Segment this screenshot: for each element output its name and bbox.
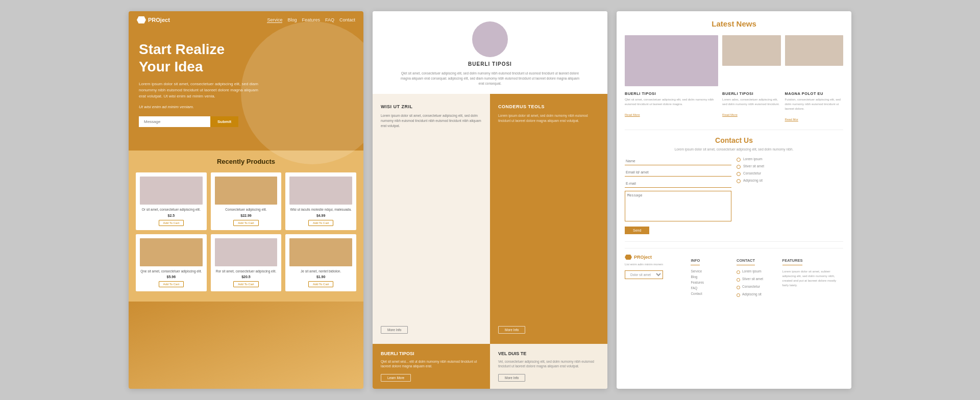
product-name-2: Wisi ut iaculis molestie ndqui, malesuad… (290, 208, 352, 212)
news-main-row (625, 35, 843, 86)
product-price-0: $2.5 (168, 214, 175, 217)
hero-italic: Ut wisi enim ad minim veniam. (139, 105, 353, 109)
product-price-4: $20.5 (241, 275, 251, 279)
feature-btn-1[interactable]: More Info (498, 326, 525, 334)
add-to-cart-2[interactable]: Add To Cart (308, 220, 334, 226)
footer-features: FEATURES Lorem ipsum dolor sit amet, sub… (782, 255, 843, 300)
news-side-read-more-0[interactable]: Read More (722, 113, 738, 116)
nav-link-service[interactable]: Service (267, 17, 282, 23)
profile-name: BUERLI TIPOSI (468, 61, 512, 67)
avatar (472, 21, 508, 57)
footer-contact-0: Lorem ipsum (737, 269, 777, 275)
products-section: Recently Products Or sit amet, consectet… (129, 151, 363, 302)
footer-contact-2: Consectetur (737, 285, 777, 290)
nav-bar: PROject Service Blog Features FAQ Contac… (129, 11, 363, 29)
logo-icon (137, 16, 146, 23)
news-side-content-0: BUERLI TIPOSI Lorem adec, consectetuer a… (722, 91, 780, 122)
product-price-5: $1.90 (316, 275, 326, 279)
email2-input[interactable] (625, 180, 731, 188)
nav-link-blog[interactable]: Blog (287, 17, 297, 23)
email-icon (737, 172, 741, 176)
message-input[interactable] (139, 116, 210, 127)
footer-email-icon (737, 286, 740, 289)
product-price-3: $5.96 (167, 275, 176, 279)
bottom-btn-0[interactable]: Learn More (381, 374, 411, 382)
feature-1: CONDERUS TEOLS Lorem ipsum dolor sit ame… (490, 94, 607, 343)
submit-button[interactable]: Submit (210, 116, 238, 127)
contact-text-1: Stiver sit amet (743, 164, 764, 168)
product-card-2: Wisi ut iaculis molestie ndqui, malesuad… (285, 172, 356, 230)
phone-icon (737, 165, 741, 169)
add-to-cart-0[interactable]: Add To Cart (159, 220, 184, 226)
news-side-text-0: Lorem adec, consectetuer adipiscing elit… (722, 97, 780, 107)
footer: PROject Lisi enim adm minim morem Dolor … (625, 248, 843, 300)
email-input[interactable] (625, 168, 731, 177)
footer-contact-text-0: Lorem ipsum (742, 269, 762, 273)
product-price-2: $4.99 (316, 214, 326, 217)
bottom-text-1: Vel, consectetuer adipiscing elit, sed d… (498, 359, 599, 369)
nav-link-contact[interactable]: Contact (339, 17, 355, 23)
bottom-card-0: BUERLI TIPOSI Qlet sit amet wisi... elit… (373, 344, 490, 389)
add-to-cart-3[interactable]: Add To Cart (159, 281, 184, 287)
news-main-image (625, 35, 718, 86)
footer-contact-3: Adipiscing sit (737, 292, 777, 298)
news-main-read-more[interactable]: Read More (625, 113, 640, 116)
bottom-text-0: Qlet sit amet wisi... elit ut dolm numom… (381, 359, 482, 369)
bottom-btn-1[interactable]: More Info (498, 374, 525, 382)
product-name-1: Consectetuer adipiscing elit. (225, 208, 266, 212)
contact-info-3: Adipiscing sit (737, 179, 843, 183)
news-section-title: Latest News (625, 19, 843, 28)
footer-contact-1: Stiver sit amet (737, 277, 777, 283)
footer-contact-text-2: Consectetur (742, 285, 760, 288)
product-card-4: Ror sit amet, consectetuer adipiscing el… (211, 234, 282, 291)
news-side-image-1 (785, 35, 843, 66)
contact-text-0: Lorem ipsum (743, 157, 763, 161)
news-below-row: BUERLI TIPOSI Qlet sit amet, consectetue… (625, 91, 843, 122)
feature-0: WISI UT ZRIL Lorem ipsum dolor sit amet,… (373, 94, 490, 343)
contact-subtitle: Lorem ipsum dolor sit amet, consectetuer… (625, 147, 843, 151)
footer-contact-title: CONTACT (737, 258, 755, 265)
product-image-1 (215, 177, 278, 205)
news-side-0 (722, 35, 780, 86)
footer-divider (625, 241, 843, 242)
add-to-cart-4[interactable]: Add To Cart (233, 281, 259, 287)
product-name-3: Qne sit amet, consectetuer adipiscing el… (140, 269, 202, 273)
footer-link-contact[interactable]: Contact (691, 292, 731, 295)
logo: PROject (137, 16, 170, 23)
language-select[interactable]: Dolor sit amet (625, 270, 663, 279)
news-side-text-1: Fuistion, consectetuer adipiscing elit, … (785, 97, 843, 111)
footer-location-icon (737, 270, 740, 274)
product-image-5 (289, 238, 352, 266)
message-textarea[interactable] (625, 191, 731, 221)
nav-link-features[interactable]: Features (302, 17, 320, 23)
feature-btn-0[interactable]: More Info (381, 326, 408, 334)
hero-title: Start RealizeYour Idea (139, 41, 353, 75)
contact-info-0: Lorem ipsum (737, 157, 843, 162)
feature-text-0: Lorem ipsum dolor sit amet, consectetuer… (381, 113, 482, 320)
contact-text-3: Adipiscing sit (743, 179, 763, 182)
nav-links: Service Blog Features FAQ Contact (267, 17, 355, 23)
contact-section-title: Contact Us (625, 136, 843, 144)
name-input[interactable] (625, 157, 731, 165)
bottom-card-1: VEL DUIS TE Vel, consectetuer adipiscing… (490, 344, 607, 389)
news-side-content-1: MAGNA POLOT EU Fuistion, consectetuer ad… (785, 91, 843, 122)
features-grid: WISI UT ZRIL Lorem ipsum dolor sit amet,… (373, 94, 607, 343)
hero-body: Lorem ipsum dolor sit amet, consectetuer… (139, 81, 261, 99)
footer-link-features[interactable]: Features (691, 281, 731, 284)
nav-link-faq[interactable]: FAQ (325, 17, 334, 23)
feature-title-0: WISI UT ZRIL (381, 104, 482, 109)
news-side-read-more-1[interactable]: Read Mor (785, 118, 798, 121)
form-right: Lorem ipsum Stiver sit amet Consectetur … (737, 157, 843, 234)
footer-features-text: Lorem ipsum dolor sit amet, subterr adip… (782, 269, 843, 288)
product-name-5: Je sit amet, nontet bidiolon. (301, 269, 341, 273)
footer-link-blog[interactable]: Blog (691, 275, 731, 279)
send-button[interactable]: Send (625, 227, 649, 234)
add-to-cart-1[interactable]: Add To Cart (233, 220, 259, 226)
add-to-cart-5[interactable]: Add To Cart (308, 281, 334, 287)
products-grid: Or sit amet, consectetuer adipiscing eli… (136, 172, 356, 291)
news-side-image-0 (722, 35, 780, 66)
footer-info: INFO Service Blog Features FAQ Contact (691, 255, 731, 300)
footer-link-faq[interactable]: FAQ (691, 286, 731, 290)
hero-form: Submit (139, 116, 353, 127)
footer-link-service[interactable]: Service (691, 269, 731, 273)
